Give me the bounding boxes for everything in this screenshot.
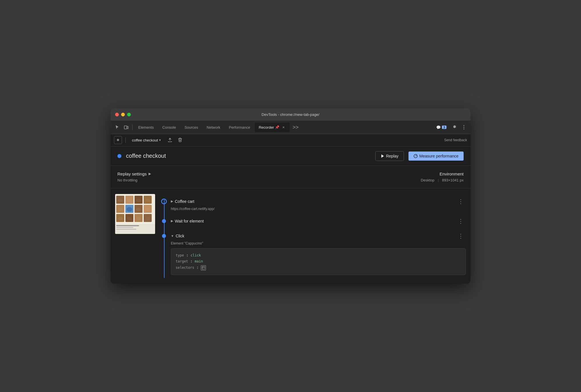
step-more-navigate[interactable]: ⋮ [456, 197, 466, 206]
environment-label: Environment [421, 171, 464, 176]
step-node-navigate [159, 197, 169, 206]
replay-button[interactable]: Replay [375, 151, 404, 161]
step-name-navigate[interactable]: ▶ Coffee cart [171, 199, 194, 204]
step-more-wait[interactable]: ⋮ [456, 217, 466, 226]
steps-section: ▶ Coffee cart ⋮ https://coffee-cart.netl… [111, 188, 470, 284]
svg-point-19 [118, 199, 123, 202]
step-dot-wait [162, 219, 166, 223]
tab-recorder[interactable]: Recorder 📌 ✕ [255, 122, 290, 132]
measure-performance-button[interactable]: Measure performance [408, 151, 464, 161]
traffic-lights [115, 113, 131, 116]
tab-network[interactable]: Network [203, 122, 225, 132]
secondary-toolbar: + coffee checkout ▾ Send feedback [111, 134, 470, 147]
chevron-down-icon: ▾ [159, 138, 161, 142]
more-tabs-button[interactable]: >> [290, 124, 301, 130]
step-more-click[interactable]: ⋮ [456, 231, 466, 241]
svg-point-30 [145, 217, 150, 220]
recording-dot [117, 154, 121, 158]
export-button[interactable] [166, 136, 174, 144]
code-row-selectors: selectors : [176, 265, 461, 271]
code-key-selectors: selectors [176, 265, 194, 271]
settings-title-text: Replay settings [117, 171, 147, 176]
settings-arrow-icon: ▶ [149, 172, 151, 176]
svg-rect-35 [202, 266, 205, 269]
cursor-icon[interactable] [113, 123, 121, 132]
window-title: DevTools - chrome://new-tab-page/ [262, 112, 319, 117]
environment-size: 893×1041 px [442, 178, 464, 182]
tab-console[interactable]: Console [158, 122, 180, 132]
svg-point-28 [127, 217, 132, 220]
device-toggle-icon[interactable] [122, 123, 131, 132]
settings-right: Environment Desktop | 893×1041 px [421, 171, 464, 182]
code-row-type: type : click [176, 252, 461, 259]
svg-point-22 [145, 199, 150, 202]
svg-rect-0 [124, 126, 127, 129]
svg-rect-33 [116, 227, 133, 228]
code-val-type: click [191, 252, 201, 259]
step-node-wait [159, 217, 169, 226]
recording-select[interactable]: coffee checkout ▾ [129, 137, 164, 144]
expand-icon-navigate: ▶ [171, 199, 173, 203]
devtools-toolbar: Elements Console Sources Network Perform… [111, 121, 470, 134]
step-wait: ▶ Wait for element ⋮ [159, 214, 466, 229]
tab-close-icon[interactable]: ✕ [281, 125, 286, 130]
expand-icon-wait: ▶ [171, 219, 173, 223]
svg-rect-1 [127, 126, 128, 129]
step-node-click [159, 231, 169, 241]
issues-icon: 💬 [436, 125, 441, 130]
new-recording-button[interactable]: + [114, 136, 122, 144]
tab-performance[interactable]: Performance [225, 122, 254, 132]
selectors-picker-icon[interactable] [201, 265, 206, 270]
settings-icon[interactable] [450, 123, 458, 132]
secondary-separator [125, 137, 126, 143]
svg-point-2 [464, 125, 464, 126]
fullscreen-button[interactable] [127, 113, 131, 116]
recording-name: coffee checkout [132, 138, 158, 142]
replay-btn-label: Replay [386, 154, 398, 158]
more-options-icon[interactable] [460, 123, 468, 132]
svg-point-25 [136, 208, 141, 211]
svg-point-20 [127, 199, 132, 202]
svg-point-21 [136, 199, 141, 202]
step-body-navigate: ▶ Coffee cart ⋮ https://coffee-cart.netl… [169, 197, 466, 211]
step-header-navigate: ▶ Coffee cart ⋮ [171, 197, 466, 206]
svg-point-26 [145, 208, 150, 211]
step-url-navigate: https://coffee-cart.netlify.app/ [171, 207, 466, 211]
environment-value: Desktop [421, 178, 434, 182]
svg-point-24 [127, 207, 132, 212]
code-row-target: target : main [176, 258, 461, 265]
toolbar-separator [132, 124, 133, 130]
step-name-click[interactable]: ▼ Click [171, 234, 184, 238]
throttling-label: No throttling [117, 178, 414, 182]
code-val-target: main [195, 258, 203, 265]
settings-section: Replay settings ▶ No throttling Environm… [111, 166, 470, 188]
svg-point-29 [136, 217, 141, 220]
main-content: coffee checkout Replay Measure performan… [111, 147, 470, 284]
recording-title: coffee checkout [126, 153, 371, 159]
send-feedback-link[interactable]: Send feedback [444, 138, 467, 142]
step-click: ▼ Click ⋮ Element "Cappucino" type : cli [159, 229, 466, 278]
step-name-wait[interactable]: ▶ Wait for element [171, 219, 204, 223]
svg-point-23 [118, 208, 123, 211]
close-button[interactable] [115, 113, 119, 116]
tab-pin-icon: 📌 [275, 125, 279, 129]
step-dot-click [162, 234, 166, 238]
tab-sources[interactable]: Sources [181, 122, 202, 132]
code-key-type: type [176, 252, 184, 259]
step-navigate: ▶ Coffee cart ⋮ https://coffee-cart.netl… [159, 194, 466, 214]
tab-elements[interactable]: Elements [134, 122, 158, 132]
step-header-click: ▼ Click ⋮ [171, 231, 466, 241]
replay-settings-toggle[interactable]: Replay settings ▶ [117, 171, 414, 176]
toolbar-right: 💬 3 [434, 123, 468, 132]
step-body-wait: ▶ Wait for element ⋮ [169, 217, 466, 226]
timeline-steps: ▶ Coffee cart ⋮ https://coffee-cart.netl… [159, 194, 466, 278]
code-key-target: target [176, 258, 188, 265]
recording-header: coffee checkout Replay Measure performan… [111, 147, 470, 166]
recording-screenshot [115, 194, 155, 234]
svg-point-27 [118, 217, 123, 220]
delete-button[interactable] [176, 136, 184, 144]
screenshot-panel [115, 194, 159, 278]
issues-badge-button[interactable]: 💬 3 [434, 124, 449, 131]
step-header-wait: ▶ Wait for element ⋮ [171, 217, 466, 226]
minimize-button[interactable] [121, 113, 125, 116]
